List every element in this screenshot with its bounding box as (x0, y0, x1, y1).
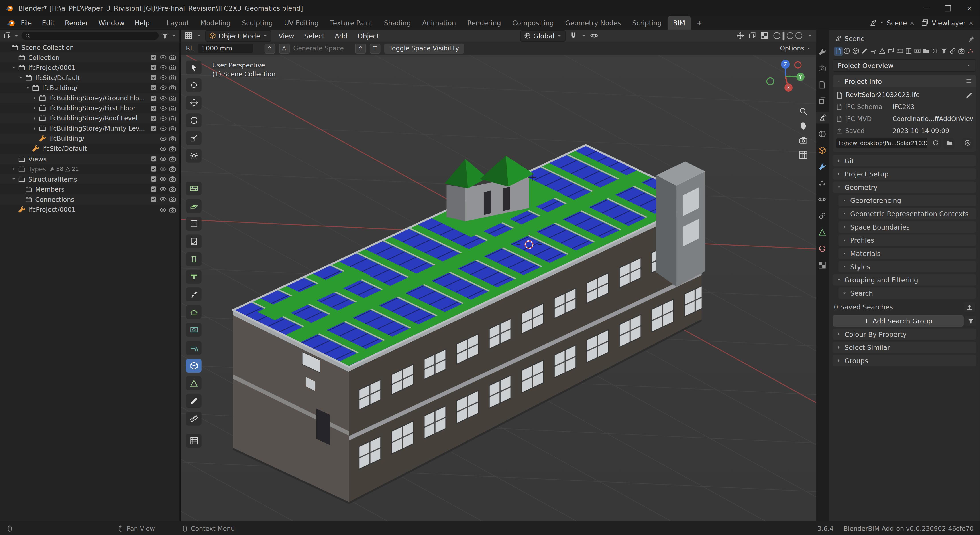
tool-bim-stairs[interactable] (186, 287, 202, 301)
outliner-row-ifcbuilding-object[interactable]: IfcBuilding/ (0, 134, 180, 144)
chevron-down-icon[interactable] (581, 33, 587, 38)
chevron-down-icon[interactable] (25, 85, 31, 91)
workspace-tab-animation[interactable]: Animation (417, 16, 461, 30)
tab-particles[interactable] (815, 177, 829, 189)
tool-bim-extras[interactable] (186, 434, 202, 447)
checkbox-icon[interactable] (150, 125, 158, 132)
eye-icon[interactable] (159, 74, 167, 81)
eye-icon[interactable] (159, 155, 167, 163)
checkbox-icon[interactable] (150, 64, 158, 71)
menu-edit[interactable]: Edit (37, 16, 60, 30)
tool-rotate[interactable] (186, 113, 202, 127)
maximize-button[interactable] (937, 0, 959, 16)
viewport-canvas[interactable] (181, 30, 816, 521)
import-search-button[interactable] (964, 302, 975, 312)
shading-dropdown-icon[interactable] (807, 33, 813, 38)
tool-transform[interactable] (186, 149, 202, 163)
outliner-search-input[interactable] (22, 32, 159, 40)
close-button[interactable]: × (958, 0, 980, 16)
section-grouping-filtering[interactable]: Grouping and Filtering (832, 274, 976, 286)
checkbox-icon[interactable] (150, 196, 158, 203)
outliner-row-collection[interactable]: Collection (0, 53, 180, 62)
camera-icon[interactable] (169, 185, 176, 193)
workspace-tab-rendering[interactable]: Rendering (461, 16, 506, 30)
camera-icon[interactable] (169, 64, 176, 71)
tab-output[interactable] (815, 79, 829, 91)
chevron-down-icon[interactable] (11, 176, 17, 182)
rl-input[interactable]: 1000 mm (197, 43, 253, 53)
proportional-edit-icon[interactable] (590, 32, 598, 40)
camera-icon[interactable] (169, 176, 176, 183)
checkbox-icon[interactable] (150, 155, 158, 163)
bim-tab-structure[interactable] (878, 46, 887, 56)
ifc-path-field[interactable]: F:\new_desktop\Pa...Solar21032023.ifc (836, 138, 927, 148)
menu-file[interactable]: File (16, 16, 37, 30)
section-profiles[interactable]: Profiles (838, 235, 976, 246)
tool-bim-beam[interactable] (186, 270, 202, 283)
eye-icon[interactable] (159, 196, 167, 203)
camera-icon[interactable] (169, 145, 176, 153)
outliner-display-mode-icon[interactable] (3, 32, 11, 40)
tool-bim-duct[interactable] (186, 323, 202, 337)
bim-tab-patch[interactable] (931, 46, 940, 56)
checkbox-icon[interactable] (150, 165, 158, 173)
eye-icon[interactable] (159, 145, 167, 153)
tab-modifiers[interactable] (815, 161, 829, 173)
section-geometry[interactable]: Geometry (832, 182, 976, 193)
outliner-row-connections[interactable]: Connections (0, 195, 180, 205)
checkbox-icon[interactable] (150, 84, 158, 92)
eye-icon[interactable] (159, 84, 167, 92)
tool-cursor[interactable] (186, 78, 202, 92)
camera-icon[interactable] (169, 74, 176, 81)
tab-world[interactable] (815, 128, 829, 140)
eye-icon[interactable] (159, 125, 167, 132)
bim-tab-links[interactable] (948, 46, 958, 56)
editor-type-icon[interactable] (185, 32, 193, 40)
menu-help[interactable]: Help (129, 16, 154, 30)
overlays-icon[interactable] (748, 32, 756, 40)
bim-tab-geometry[interactable] (851, 46, 861, 56)
outliner-row-storey-first[interactable]: IfcBuildingStorey/First Floor (0, 103, 180, 113)
unlink-file-button[interactable] (962, 138, 973, 148)
workspace-tab-uv-editing[interactable]: UV Editing (278, 16, 325, 30)
section-space-boundaries[interactable]: Space Boundaries (838, 221, 976, 233)
tab-tool[interactable] (815, 46, 829, 58)
outliner-row-storey-ground[interactable]: IfcBuildingStorey/Ground Flo... (0, 93, 180, 103)
tool-bim-explore-active[interactable] (186, 359, 202, 372)
outliner-row-views[interactable]: Views (0, 154, 180, 164)
eye-icon[interactable] (159, 206, 167, 213)
tool-bim-wall[interactable] (186, 182, 202, 195)
checkbox-icon[interactable] (150, 54, 158, 61)
navigation-gizmo[interactable]: Z Y X (765, 56, 805, 97)
options-dropdown[interactable]: Options (780, 45, 811, 52)
xray-toggle-icon[interactable] (760, 32, 768, 40)
camera-icon[interactable] (169, 196, 176, 203)
camera-icon[interactable] (169, 135, 176, 142)
eye-icon[interactable] (159, 135, 167, 142)
edit-pencil-icon[interactable] (966, 91, 973, 99)
tool-move[interactable] (186, 96, 202, 110)
viewport-menu-add[interactable]: Add (331, 32, 351, 39)
bim-tab-filter[interactable] (940, 46, 948, 56)
outliner-row-storey-roof[interactable]: IfcBuildingStorey/Roof Level (0, 113, 180, 123)
tab-physics[interactable] (815, 193, 829, 206)
bim-tab-object-info[interactable] (843, 46, 851, 56)
checkbox-icon[interactable] (150, 94, 158, 102)
bim-tab-drawings[interactable] (860, 46, 869, 56)
eye-icon[interactable] (159, 165, 167, 173)
chevron-down-icon[interactable] (11, 64, 17, 70)
camera-icon[interactable] (169, 84, 176, 92)
transform-orientation-dropdown[interactable]: Global (520, 30, 566, 41)
camera-icon[interactable] (169, 165, 176, 173)
workspace-tab-bim[interactable]: BIM (667, 16, 691, 30)
camera-icon[interactable] (169, 155, 176, 163)
section-styles[interactable]: Styles (838, 261, 976, 272)
outliner-row-ifcproject-object[interactable]: IfcProject/0001 (0, 205, 180, 215)
shading-material-button[interactable] (787, 32, 794, 39)
eye-icon[interactable] (159, 115, 167, 122)
perspective-toggle-icon[interactable] (799, 150, 808, 160)
bim-tab-project-overview[interactable] (834, 46, 843, 56)
tool-bim-door[interactable] (186, 235, 202, 248)
show-gizmo-icon[interactable] (736, 32, 745, 40)
bim-tab-camera[interactable] (958, 46, 966, 56)
